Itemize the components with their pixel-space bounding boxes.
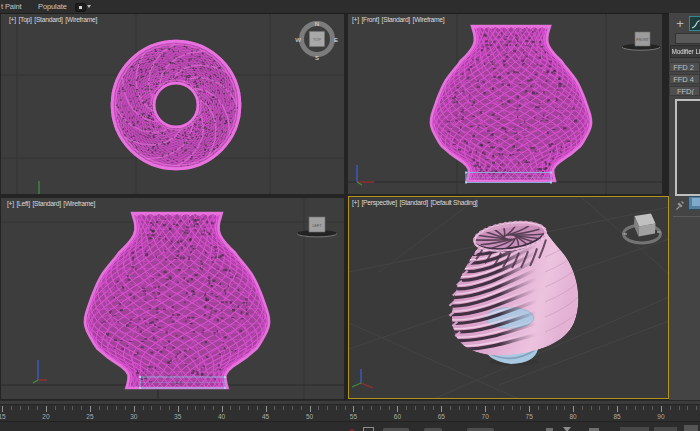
frame-tick [547,406,548,410]
viewport-menu-button[interactable]: [+] [9,16,16,23]
show-end-result-button[interactable] [688,196,700,210]
viewport-top[interactable]: TOPNSWE [+] [Top] [Standard] [Wireframe] [1,14,344,194]
frame-number: 70 [482,413,489,420]
svg-text:LEFT: LEFT [313,224,323,228]
object-name-field[interactable] [675,33,700,44]
viewport-layout-menu[interactable]: [Standard] [32,200,60,207]
frame-tick [520,406,521,410]
frame-tick [433,406,434,410]
frame-tick [266,406,267,412]
keyboard-override-icon[interactable] [363,427,374,431]
modifier-button-ffd2[interactable]: FFD 2 [669,62,700,72]
goto-end-button[interactable] [654,427,677,431]
viewport-front[interactable]: FRONT [+] [Front] [Standard] [Wireframe] [348,14,662,194]
viewport-nav-button[interactable] [684,425,698,431]
frame-tick [626,406,627,410]
modifier-button-ffd4[interactable]: FFD 4 [669,74,700,84]
viewport-left-label: [+] [Left] [Standard] [Wireframe] [7,200,96,207]
ribbon-display-dot [79,6,83,9]
viewport-menu-button[interactable]: [+] [7,200,14,207]
frame-tick [11,406,12,410]
modifier-button-ffdbox[interactable]: FFD( [669,86,700,96]
viewport-layout-menu[interactable]: [Standard] [399,199,427,206]
command-panel: + Modifier Li FFD 2 FFD 4 FFD( [669,13,700,403]
frame-tick [441,406,442,412]
frame-tick [125,406,126,410]
ribbon-tab-object-paint[interactable]: t Paint [1,0,22,13]
frame-tick [380,406,381,410]
viewcube-top[interactable]: TOPNSWE [295,21,338,61]
viewport-menu-button[interactable]: [+] [352,16,359,23]
frame-tick [679,406,680,410]
frame-tick [187,406,188,410]
viewcube-front[interactable]: FRONT [622,32,660,50]
frame-tick [239,406,240,410]
frame-number: 45 [262,413,269,420]
current-frame-field[interactable] [620,427,649,431]
chevron-down-icon[interactable] [87,5,91,8]
svg-text:FRONT: FRONT [636,38,649,42]
track-bar[interactable]: 15202530354045505560657075808590 [0,404,700,422]
viewport-shading-menu[interactable]: [Wireframe] [65,16,97,23]
frame-number: 55 [350,413,357,420]
viewport-layout-menu[interactable]: [Standard] [34,16,62,23]
frame-tick [389,406,390,410]
plus-icon[interactable]: + [674,18,686,30]
frame-tick [169,406,170,410]
vase-wireframe[interactable] [431,25,591,182]
vase-wireframe[interactable] [85,212,269,389]
frame-tick [556,406,557,410]
viewcube-left[interactable]: LEFT [297,217,337,237]
viewport-view-menu[interactable]: [Front] [361,16,379,23]
frame-tick [476,406,477,410]
viewport-view-menu[interactable]: [Left] [16,200,29,207]
viewport-perspective-label: [+] [Perspective] [Standard] [Default Sh… [352,199,478,206]
frame-tick [46,406,47,412]
frame-tick [257,406,258,410]
viewport-menu-button[interactable]: [+] [352,199,359,206]
frame-tick [160,406,161,410]
frame-tick [20,406,21,410]
viewport-left[interactable]: LEFT [+] [Left] [Standard] [Wireframe] [1,198,344,399]
ribbon-display-icon[interactable] [75,3,86,12]
frame-tick [2,406,3,412]
play-icon[interactable] [563,427,571,431]
frame-tick [204,406,205,410]
modifier-list-dropdown[interactable]: Modifier Li [670,45,700,58]
frame-tick [353,406,354,412]
pin-icon[interactable] [675,197,685,208]
ribbon-tab-populate[interactable]: Populate [38,0,67,13]
modify-icon[interactable] [689,16,700,31]
frame-tick [134,406,135,412]
rollout-separator [673,216,700,217]
axis-tripod [33,360,47,383]
viewport-shading-menu[interactable]: [Wireframe] [413,16,445,23]
frame-tick [643,406,644,410]
shaded-vase[interactable] [448,197,582,366]
frame-tick [37,406,38,410]
frame-number: 85 [613,413,620,420]
viewport-layout-menu[interactable]: [Standard] [382,16,410,23]
modifier-stack-list[interactable] [675,99,700,196]
viewport-shading-menu[interactable]: [Default Shading] [430,199,477,206]
frame-tick [661,406,662,412]
frame-tick [116,406,117,410]
frame-tick [107,406,108,410]
viewport-front-label: [+] [Front] [Standard] [Wireframe] [352,16,445,23]
frame-tick [503,406,504,410]
torus-wireframe[interactable] [111,40,241,170]
frame-tick [617,406,618,412]
frame-number: 30 [130,413,137,420]
viewport-shading-menu[interactable]: [Wireframe] [63,200,95,207]
viewport-view-menu[interactable]: [Top] [18,16,31,23]
svg-text:N: N [315,21,319,27]
frame-tick [72,406,73,410]
viewport-perspective[interactable]: [+] [Perspective] [Standard] [Default Sh… [348,196,669,399]
frame-tick [591,406,592,410]
frame-tick [494,406,495,410]
viewport-view-menu[interactable]: [Perspective] [361,199,396,206]
frame-tick [512,406,513,410]
frame-tick [55,406,56,410]
frame-tick [415,406,416,410]
frame-tick [151,406,152,410]
